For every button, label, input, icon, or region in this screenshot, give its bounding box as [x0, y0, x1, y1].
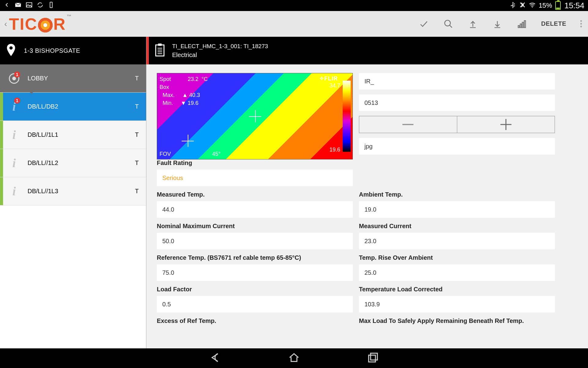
accent-bar [0, 177, 3, 205]
bluetooth-icon [509, 2, 516, 10]
thermal-box-label: Box [160, 84, 169, 90]
location-header[interactable]: 1-3 BISHOPSGATE [0, 37, 146, 64]
no-sound-icon [519, 2, 526, 10]
sidebar-parent-lobby[interactable]: 1 LOBBY T [0, 64, 146, 93]
svg-point-4 [445, 20, 450, 26]
sidebar-parent-type: T [135, 75, 139, 82]
form-scroll[interactable]: Spot 23.2 °C Box Max. ▲ 40.3 Min. ▼ 19.6… [146, 64, 588, 348]
temp-load-corrected-input[interactable]: 103.9 [359, 296, 555, 312]
android-nav-bar [0, 348, 588, 368]
ir-prefix-input[interactable]: IR_ [359, 73, 555, 90]
ext-input[interactable]: jpg [359, 138, 555, 155]
content-pane: TI_ELECT_HMC_1-3_001: TI_18273 Electrica… [146, 37, 588, 348]
thermal-max-label: Max. [163, 92, 175, 98]
document-header: TI_ELECT_HMC_1-3_001: TI_18273 Electrica… [146, 37, 588, 64]
ir-number-input[interactable]: 0513 [359, 94, 555, 111]
mail-icon [15, 2, 21, 10]
info-icon: i [12, 128, 16, 142]
battery-percent: 15% [539, 2, 552, 10]
svg-rect-7 [522, 22, 523, 27]
increment-button[interactable] [457, 116, 555, 133]
image-icon [26, 2, 32, 10]
thermal-max-val: 40.3 [189, 92, 200, 98]
sidebar-item-type: T [135, 131, 139, 138]
ambient-temp-input[interactable]: 19.0 [359, 201, 555, 218]
delete-button[interactable]: DELETE [541, 20, 566, 27]
svg-point-9 [9, 46, 13, 50]
measured-temp-input[interactable]: 44.0 [157, 201, 353, 218]
measured-current-label: Measured Current [359, 223, 555, 230]
logo-text-post: R [53, 14, 66, 33]
svg-rect-1 [26, 2, 32, 7]
upload-button[interactable] [468, 19, 478, 29]
accent-bar [0, 121, 3, 149]
sidebar-item-type: T [135, 159, 139, 167]
app-toolbar: ‹ TIC R ™ DELETE [0, 11, 588, 37]
app-logo[interactable]: TIC R ™ [9, 14, 71, 33]
trademark-icon: ™ [66, 14, 72, 19]
nav-back-button[interactable] [209, 352, 221, 365]
info-icon: i [12, 184, 16, 198]
nominal-max-current-input[interactable]: 50.0 [157, 233, 353, 249]
back-glyph-icon [4, 2, 10, 10]
sidebar-item-1l1[interactable]: i DB/LL//1L1 T [0, 121, 146, 149]
thermal-min-val: 19.6 [188, 100, 198, 106]
fault-rating-input[interactable]: Serious [157, 170, 353, 186]
signal-button[interactable] [517, 19, 527, 29]
sidebar-item-type: T [135, 188, 139, 195]
clipboard-icon [154, 44, 165, 58]
nav-home-button[interactable] [288, 352, 300, 365]
download-button[interactable] [492, 19, 503, 29]
sidebar-item-db2[interactable]: i1 DB/LL/DB2 T [0, 93, 146, 121]
svg-rect-8 [524, 21, 526, 28]
confirm-button[interactable] [419, 19, 429, 29]
badge: 1 [14, 71, 20, 78]
sidebar: 1-3 BISHOPSGATE 1 LOBBY T i1 DB/LL/DB2 T… [0, 37, 146, 348]
sidebar-item-label: DB/LL/DB2 [23, 103, 146, 110]
thermal-angle: 45° [212, 151, 221, 157]
load-factor-label: Load Factor [157, 286, 353, 293]
sidebar-item-label: DB/LL//1L2 [23, 159, 146, 167]
thermal-unit: °C [202, 76, 208, 82]
search-button[interactable] [443, 19, 454, 29]
svg-rect-11 [158, 44, 162, 46]
sidebar-item-1l2[interactable]: i DB/LL//1L2 T [0, 149, 146, 177]
device-icon [48, 2, 55, 10]
sidebar-item-type: T [135, 103, 139, 110]
load-factor-input[interactable]: 0.5 [157, 296, 353, 312]
minus-icon [402, 124, 413, 125]
plus-icon [500, 119, 511, 130]
back-caret-icon[interactable]: ‹ [2, 19, 9, 29]
accent-bar [0, 149, 3, 177]
stepper [359, 116, 555, 133]
info-icon: i [12, 156, 16, 170]
pin-icon [6, 44, 16, 57]
sidebar-item-label: DB/LL//1L1 [23, 131, 146, 138]
thermal-scale [343, 81, 351, 152]
thermal-scale-bot: 19.6 [330, 147, 340, 153]
sidebar-item-1l3[interactable]: i DB/LL//1L3 T [0, 177, 146, 205]
clock: 15:54 [564, 1, 584, 10]
logo-text-pre: TIC [9, 14, 37, 33]
reference-temp-input[interactable]: 75.0 [157, 264, 353, 281]
measured-temp-label: Measured Temp. [157, 191, 353, 198]
thermal-min-label: Min. [163, 100, 173, 106]
crosshair-icon [249, 110, 261, 122]
sidebar-parent-label: LOBBY [23, 75, 146, 82]
measured-current-input[interactable]: 23.0 [359, 233, 555, 249]
temp-rise-label: Temp. Rise Over Ambient [359, 254, 555, 261]
sync-icon [37, 2, 43, 10]
location-name: 1-3 BISHOPSGATE [24, 47, 80, 54]
fault-rating-label: Fault Rating [157, 159, 353, 167]
thermal-image[interactable]: Spot 23.2 °C Box Max. ▲ 40.3 Min. ▼ 19.6… [157, 73, 353, 159]
sidebar-filler [0, 205, 146, 348]
nav-recents-button[interactable] [367, 352, 379, 365]
nominal-max-current-label: Nominal Maximum Current [157, 223, 353, 230]
overflow-menu-button[interactable] [580, 20, 582, 27]
logo-o-icon [38, 18, 53, 33]
thermal-brand: FLIR [324, 75, 338, 82]
reference-temp-label: Reference Temp. (BS7671 ref cable temp 6… [157, 254, 353, 261]
temp-rise-input[interactable]: 25.0 [359, 264, 555, 281]
decrement-button[interactable] [359, 116, 457, 133]
svg-rect-6 [520, 24, 522, 28]
